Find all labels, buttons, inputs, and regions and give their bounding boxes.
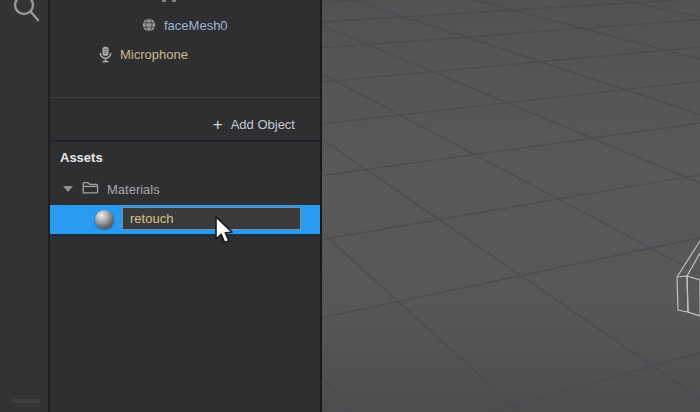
- materials-folder-row[interactable]: Materials: [50, 179, 320, 199]
- app-window: faceTracker0 faceMesh0: [0, 0, 700, 412]
- sidebar-item-facemesh0[interactable]: faceMesh0: [50, 14, 320, 36]
- sidebar-item-facetracker[interactable]: faceTracker0: [50, 0, 320, 6]
- search-icon[interactable]: [9, 0, 43, 31]
- left-toolbar: [0, 0, 50, 412]
- chevron-down-icon[interactable]: [63, 186, 73, 192]
- sidebar-item-label: Microphone: [120, 47, 188, 62]
- scroll-indicator: [12, 399, 40, 403]
- plus-icon: +: [213, 116, 223, 133]
- asset-rename-input[interactable]: [122, 207, 301, 230]
- assets-section-divider: [50, 140, 320, 142]
- viewport-3d[interactable]: [322, 0, 700, 412]
- sidebar-item-label: faceTracker0: [184, 0, 259, 3]
- ground-grid: [322, 0, 700, 412]
- asset-row-retouch[interactable]: [50, 205, 320, 234]
- tracker-icon: [162, 0, 176, 2]
- folder-icon: [82, 180, 99, 198]
- add-object-label: Add Object: [231, 117, 295, 132]
- assets-header: Assets: [60, 150, 103, 165]
- microphone-icon: [99, 46, 112, 63]
- scene-panel: faceTracker0 faceMesh0: [50, 0, 322, 412]
- add-object-button[interactable]: + Add Object: [50, 111, 320, 137]
- sidebar-item-label: faceMesh0: [164, 18, 228, 33]
- panel-divider: [50, 97, 320, 98]
- mesh-icon: [142, 18, 156, 32]
- wireframe-box: [677, 241, 700, 316]
- materials-folder-label: Materials: [107, 182, 160, 197]
- sidebar-item-microphone[interactable]: Microphone: [50, 43, 320, 65]
- material-sphere-icon: [95, 210, 114, 229]
